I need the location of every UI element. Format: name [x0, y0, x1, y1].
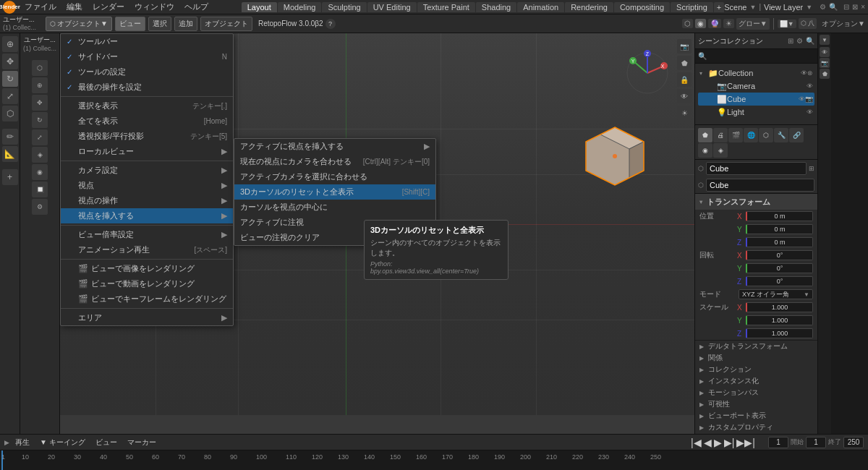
vp-icon-sun[interactable]: ☀: [677, 106, 692, 120]
menu-toolbar[interactable]: ✓ ツールバー: [61, 34, 233, 49]
object-name-field[interactable]: Cube: [706, 162, 807, 175]
render-icon-gutter[interactable]: ⬟: [820, 69, 830, 79]
left-icon-3[interactable]: ✥: [32, 95, 48, 111]
play-btn[interactable]: ▶: [714, 437, 722, 448]
scene-collection-settings[interactable]: ⚙: [796, 37, 803, 45]
menu-file[interactable]: ファイル: [20, 1, 61, 13]
prop-tab-output[interactable]: 🖨: [713, 128, 728, 142]
start-frame-field[interactable]: 1: [806, 437, 826, 448]
prop-tab-data[interactable]: ◉: [698, 143, 712, 158]
location-y-field[interactable]: 0 m: [746, 224, 813, 234]
menu-show-selected[interactable]: ✓ 選択を表示 テンキー[.]: [61, 98, 233, 114]
location-z-field[interactable]: 0 m: [746, 237, 813, 247]
timeline-body[interactable]: 1 10 20 30 40 50 60 70 80 90 100 110 120…: [0, 450, 868, 470]
left-icon-1[interactable]: ⬡: [32, 60, 48, 76]
tab-rendering[interactable]: Rendering: [565, 2, 613, 12]
menu-window[interactable]: ウィンドウ: [130, 1, 179, 13]
menu-sidebar[interactable]: ✓ サイドバー N: [61, 49, 233, 64]
timeline-play-btn[interactable]: 再生: [15, 437, 30, 448]
viewport[interactable]: 📷 ⬟ 🔒 👁 ☀ X: [60, 33, 694, 434]
tree-unlink-collection[interactable]: ⊗: [807, 69, 813, 77]
menu-render-keyframes[interactable]: ✓ 🎬 ビューでキーフレームをレンダリング: [61, 291, 233, 307]
overlay-btn[interactable]: ⬜▼: [778, 20, 796, 28]
tree-eye-camera[interactable]: 👁: [807, 82, 813, 90]
tab-scripting[interactable]: Scripting: [671, 2, 713, 12]
transform-header[interactable]: ▾ トランスフォーム: [695, 194, 817, 210]
timeline-keying-btn[interactable]: ▼ キーイング: [40, 437, 85, 448]
menu-render-image[interactable]: ✓ 🎬 ビューで画像をレンダリング: [61, 261, 233, 276]
menu-help[interactable]: ヘルプ: [180, 1, 213, 13]
scale-z-field[interactable]: 1.000: [746, 328, 813, 338]
menu-last-op[interactable]: ✓ 最後の操作を設定: [61, 80, 233, 95]
xray-btn[interactable]: ⬡ 八: [799, 18, 817, 29]
tree-camera[interactable]: ▾ 📷 Camera 👁: [698, 80, 814, 93]
view-menu-btn[interactable]: ビュー: [115, 17, 145, 31]
prop-tab-material[interactable]: ◈: [713, 143, 728, 158]
help-icon[interactable]: ?: [326, 19, 336, 29]
menu-show-all[interactable]: ✓ 全てを表示 [Home]: [61, 114, 233, 129]
tree-collection[interactable]: ▾ 📁 Collection 👁 ⊗: [698, 67, 814, 80]
tool-scale[interactable]: ⤢: [2, 88, 18, 104]
name-options[interactable]: ⊞: [809, 165, 814, 172]
section-custom-props[interactable]: ▶ カスタムプロパティ: [695, 422, 817, 433]
tool-rotate[interactable]: ↻: [2, 71, 18, 87]
submenu-reset-cursor[interactable]: 3Dカーソルのリセットと全表示 [Shift][C]: [234, 184, 435, 200]
menu-tool-settings[interactable]: ✓ ツールの設定: [61, 64, 233, 80]
menu-edit[interactable]: 編集: [62, 1, 87, 13]
next-frame-btn[interactable]: ▶|: [724, 437, 735, 448]
section-delta[interactable]: ▶ デルタトランスフォーム: [695, 341, 817, 352]
menu-view-scale[interactable]: ✓ ビュー倍率設定 ▶: [61, 227, 233, 242]
scene-dropdown[interactable]: ▼: [749, 4, 756, 11]
glow-toggle[interactable]: グロー▼: [736, 18, 770, 30]
tree-render-cube[interactable]: 📷: [805, 95, 813, 103]
menu-insert-viewpoint[interactable]: ✓ 視点を挿入する ▶: [61, 208, 233, 223]
tab-shading[interactable]: Shading: [476, 2, 516, 12]
tab-animation[interactable]: Animation: [517, 2, 564, 12]
prop-tab-world[interactable]: 🌐: [744, 128, 758, 142]
tab-compositing[interactable]: Compositing: [614, 2, 670, 12]
tool-measure[interactable]: 📐: [2, 146, 18, 162]
tab-uv-editing[interactable]: UV Editing: [367, 2, 417, 12]
shading-render[interactable]: ☀: [723, 19, 734, 28]
mode-selector[interactable]: ⬡ オブジェクト▼: [46, 17, 112, 31]
shading-solid[interactable]: ◉: [695, 19, 706, 28]
goto-end-btn[interactable]: ▶▶|: [736, 437, 755, 448]
tool-cursor[interactable]: ⊕: [2, 36, 18, 52]
object-menu-btn[interactable]: オブジェクト: [200, 17, 252, 31]
location-x-field[interactable]: 0 m: [746, 211, 813, 221]
vp-icon-camera[interactable]: 📷: [677, 39, 692, 54]
section-instancing[interactable]: ▶ インスタンス化: [695, 375, 817, 387]
shading-wireframe[interactable]: ⬡: [682, 19, 693, 28]
eye-icon-gutter[interactable]: 👁: [820, 47, 830, 57]
menu-animation-play[interactable]: ✓ アニメーション再生 [スペース]: [61, 242, 233, 257]
timeline-view-btn[interactable]: ビュー: [95, 437, 117, 448]
camera-icon-gutter[interactable]: 📷: [820, 58, 830, 68]
select-menu-btn[interactable]: 選択: [148, 17, 171, 31]
menu-camera-settings[interactable]: ✓ カメラ設定 ▶: [61, 163, 233, 178]
tab-texture-paint[interactable]: Texture Paint: [417, 2, 475, 12]
tree-cube[interactable]: ▾ ⬜ Cube 👁 📷: [698, 93, 814, 106]
tab-add[interactable]: +: [714, 2, 724, 12]
tree-light[interactable]: ▾ 💡 Light 👁: [698, 106, 814, 119]
tree-eye-collection[interactable]: 👁: [801, 69, 807, 77]
timeline-play-icon[interactable]: ▶: [4, 439, 9, 446]
section-visibility[interactable]: ▶ 可視性: [695, 398, 817, 410]
left-icon-9[interactable]: ⚙: [32, 199, 48, 215]
rotation-z-field[interactable]: 0°: [746, 276, 813, 286]
tool-transform[interactable]: ⬡: [2, 106, 18, 121]
vp-icon-lock[interactable]: 🔒: [677, 72, 692, 87]
left-icon-6[interactable]: ◈: [32, 147, 48, 163]
end-frame-field[interactable]: 250: [843, 437, 864, 448]
menu-view-navigation[interactable]: ✓ 視点の操作 ▶: [61, 193, 233, 208]
prop-tab-constraint[interactable]: 🔗: [789, 128, 804, 142]
section-collection[interactable]: ▶ コレクション: [695, 364, 817, 375]
left-icon-4[interactable]: ↻: [32, 112, 48, 128]
rotation-mode-field[interactable]: XYZ オイラー角 ▼: [739, 289, 813, 299]
tab-modeling[interactable]: Modeling: [278, 2, 322, 12]
prop-tab-object-active[interactable]: ⬡: [759, 128, 773, 142]
view-layer-dropdown[interactable]: ▼: [806, 4, 812, 11]
tree-eye-cube[interactable]: 👁: [799, 95, 805, 103]
section-motion-path[interactable]: ▶ モーションパス: [695, 387, 817, 398]
goto-start-btn[interactable]: |◀: [691, 437, 702, 448]
rotation-x-field[interactable]: 0°: [746, 250, 813, 260]
